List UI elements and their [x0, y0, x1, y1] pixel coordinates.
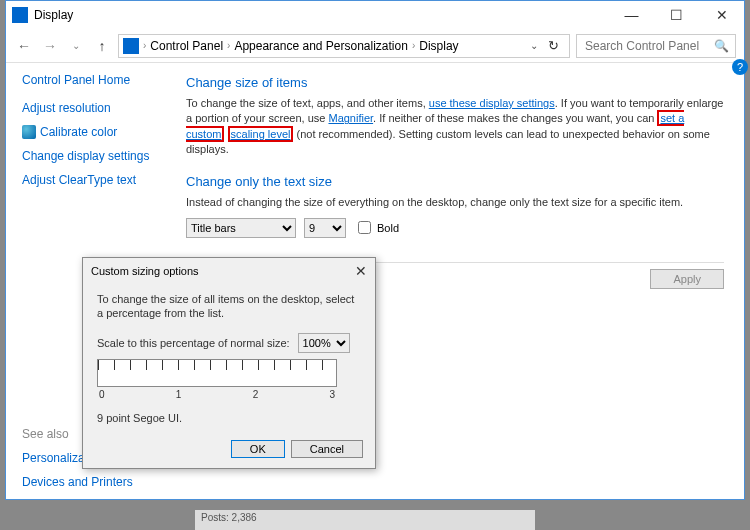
maximize-button[interactable]: ☐: [654, 1, 699, 29]
bold-checkbox[interactable]: [358, 221, 371, 234]
bold-checkbox-label[interactable]: Bold: [354, 218, 399, 237]
custom-sizing-dialog: Custom sizing options ✕ To change the si…: [82, 257, 376, 469]
paragraph-change-size: To change the size of text, apps, and ot…: [186, 96, 724, 158]
scale-dropdown[interactable]: 100%: [298, 333, 350, 353]
search-box[interactable]: 🔍: [576, 34, 736, 58]
sidebar-calibrate-color[interactable]: Calibrate color: [22, 125, 176, 139]
display-icon: [12, 7, 28, 23]
scale-row: Scale to this percentage of normal size:…: [97, 333, 361, 353]
magnifier-link[interactable]: Magnifier: [328, 112, 373, 124]
dialog-title: Custom sizing options: [91, 265, 199, 277]
control-panel-home-link[interactable]: Control Panel Home: [22, 73, 176, 87]
help-icon[interactable]: ?: [732, 59, 748, 75]
search-icon[interactable]: 🔍: [714, 39, 729, 53]
sidebar-item-label: Change display settings: [22, 149, 149, 163]
custom-scaling-link[interactable]: scaling level: [228, 126, 294, 142]
breadcrumb-segment[interactable]: Control Panel: [150, 39, 223, 53]
nav-toolbar: ← → ⌄ ↑ › Control Panel › Appearance and…: [6, 29, 744, 63]
sidebar-item-label: Calibrate color: [40, 125, 117, 139]
sidebar-item-label: Adjust resolution: [22, 101, 111, 115]
sidebar-change-display-settings[interactable]: Change display settings: [22, 149, 176, 163]
up-button[interactable]: ↑: [92, 36, 112, 56]
sidebar-adjust-cleartype[interactable]: Adjust ClearType text: [22, 173, 176, 187]
size-dropdown[interactable]: 9: [304, 218, 346, 238]
scale-label: Scale to this percentage of normal size:: [97, 337, 290, 349]
text-size-controls: Title bars 9 Bold: [186, 218, 724, 238]
heading-change-size: Change size of items: [186, 75, 724, 90]
display-settings-link[interactable]: use these display settings: [429, 97, 555, 109]
cancel-button[interactable]: Cancel: [291, 440, 363, 458]
window-title: Display: [34, 8, 609, 22]
refresh-icon[interactable]: ↻: [542, 38, 565, 53]
ruler[interactable]: [97, 359, 337, 387]
dialog-close-button[interactable]: ✕: [355, 263, 367, 279]
back-button[interactable]: ←: [14, 36, 34, 56]
ok-button[interactable]: OK: [231, 440, 285, 458]
heading-text-size: Change only the text size: [186, 174, 724, 189]
item-dropdown[interactable]: Title bars: [186, 218, 296, 238]
chevron-right-icon: ›: [227, 40, 230, 51]
shield-icon: [22, 125, 36, 139]
paragraph-text-size: Instead of changing the size of everythi…: [186, 195, 724, 210]
breadcrumb-segment[interactable]: Appearance and Personalization: [234, 39, 407, 53]
location-icon: [123, 38, 139, 54]
recent-dropdown[interactable]: ⌄: [66, 36, 86, 56]
close-button[interactable]: ✕: [699, 1, 744, 29]
forward-button: →: [40, 36, 60, 56]
apply-button[interactable]: Apply: [650, 269, 724, 289]
titlebar: Display — ☐ ✕: [6, 1, 744, 29]
address-dropdown-icon[interactable]: ⌄: [530, 40, 538, 51]
dialog-titlebar: Custom sizing options ✕: [83, 258, 375, 284]
sidebar-adjust-resolution[interactable]: Adjust resolution: [22, 101, 176, 115]
dialog-text: To change the size of all items on the d…: [97, 292, 361, 321]
breadcrumb-segment[interactable]: Display: [419, 39, 458, 53]
search-input[interactable]: [583, 38, 713, 54]
chevron-right-icon: ›: [143, 40, 146, 51]
chevron-right-icon: ›: [412, 40, 415, 51]
background-strip: Posts: 2,386: [195, 510, 535, 530]
sidebar-item-label: Adjust ClearType text: [22, 173, 136, 187]
minimize-button[interactable]: —: [609, 1, 654, 29]
sample-text: 9 point Segoe UI.: [97, 412, 361, 424]
ruler-labels: 0 1 2 3: [97, 389, 337, 400]
address-bar[interactable]: › Control Panel › Appearance and Persona…: [118, 34, 570, 58]
see-also-devices-printers[interactable]: Devices and Printers: [22, 475, 176, 489]
